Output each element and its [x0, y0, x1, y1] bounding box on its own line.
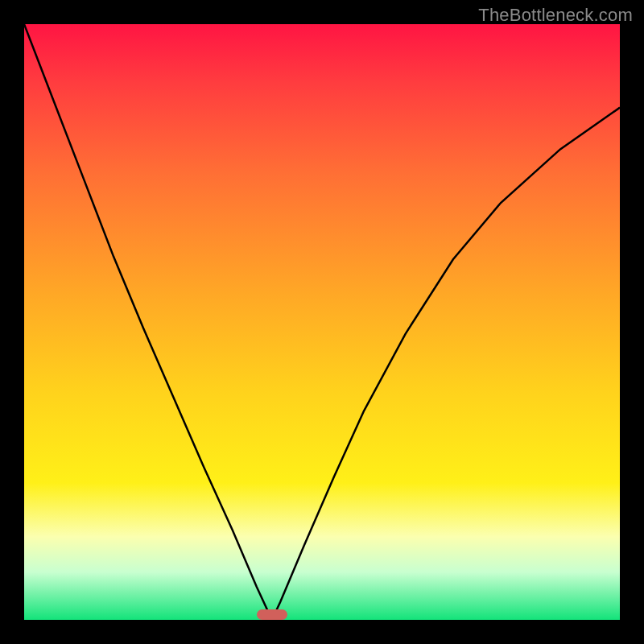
outer-frame: TheBottleneck.com [0, 0, 644, 644]
plot-area [24, 24, 620, 620]
minimum-marker [257, 609, 287, 620]
bottleneck-curve [24, 24, 620, 620]
watermark-text: TheBottleneck.com [478, 5, 633, 26]
curve-layer [24, 24, 620, 620]
